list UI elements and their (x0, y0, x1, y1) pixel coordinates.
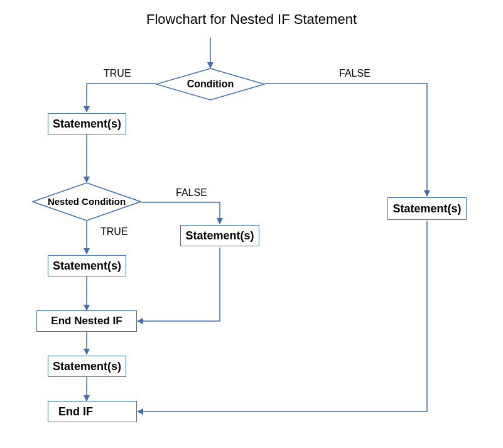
decision-condition: Condition (156, 68, 265, 101)
decision-nested-condition: Nested Condition (32, 182, 141, 221)
decision-condition-label: Condition (156, 68, 265, 101)
decision-nested-condition-label: Nested Condition (32, 182, 141, 221)
diagram-title: Flowchart for Nested IF Statement (0, 11, 503, 28)
process-end-nested-if: End Nested IF (36, 310, 137, 332)
process-stmt-true-outer: Statement(s) (48, 113, 126, 134)
process-stmt-nested-true: Statement(s) (48, 255, 126, 276)
edge-label-outer-true: TRUE (104, 68, 131, 79)
process-stmt-nested-false: Statement(s) (180, 225, 259, 246)
edge-label-outer-false: FALSE (339, 68, 370, 79)
process-end-if: End IF (48, 401, 137, 422)
edge-label-nested-true: TRUE (100, 226, 128, 238)
process-stmt-false-outer: Statement(s) (387, 197, 467, 220)
process-stmt-after-nested: Statement(s) (48, 356, 126, 377)
edge-label-nested-false: FALSE (176, 187, 207, 199)
flowchart-arrows (0, 0, 503, 448)
